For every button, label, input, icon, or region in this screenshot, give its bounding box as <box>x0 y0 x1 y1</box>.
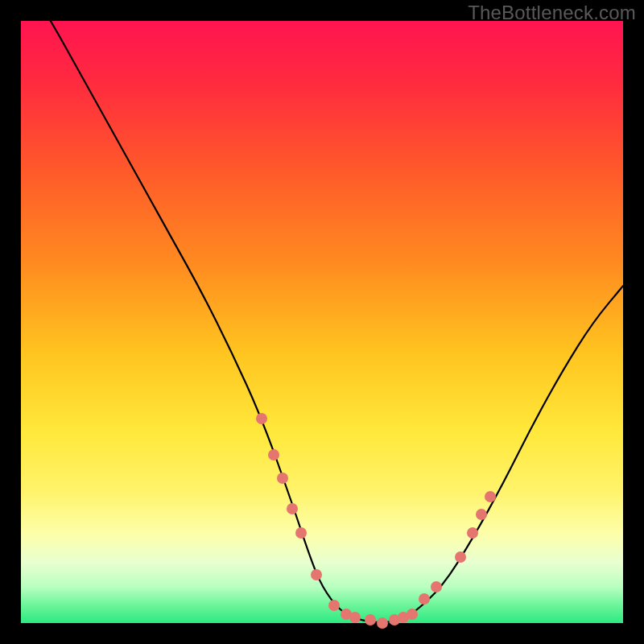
marker-point <box>419 593 430 605</box>
marker-point <box>311 569 322 580</box>
marker-point <box>455 551 466 563</box>
marker-point <box>287 503 298 514</box>
marker-point <box>268 449 279 460</box>
plot-area <box>21 21 623 623</box>
marker-point <box>349 612 361 623</box>
marker-point <box>328 600 340 611</box>
marker-point <box>256 413 267 424</box>
marker-point <box>467 527 478 539</box>
marker-point <box>407 609 418 620</box>
marker-point <box>377 617 388 629</box>
marker-layer <box>21 21 623 623</box>
marker-point <box>277 473 288 484</box>
marker-point <box>365 614 376 625</box>
marker-point <box>295 527 307 539</box>
marker-point <box>431 581 442 592</box>
watermark-text: TheBottleneck.com <box>468 2 636 24</box>
marker-point <box>485 491 496 502</box>
marker-point <box>476 509 487 520</box>
chart-frame: TheBottleneck.com <box>0 0 644 644</box>
